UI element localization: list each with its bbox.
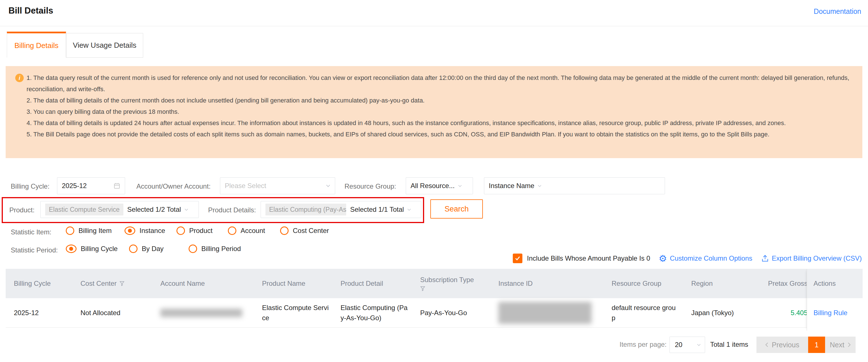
redacted-instance-id bbox=[498, 302, 592, 324]
radio-label: Billing Cycle bbox=[81, 245, 118, 253]
previous-label: Previous bbox=[772, 341, 799, 349]
chevron-left-icon bbox=[765, 342, 768, 347]
billing-cycle-value: 2025-12 bbox=[62, 182, 87, 190]
next-page-button[interactable]: Next bbox=[825, 337, 856, 353]
chevron-right-icon bbox=[848, 342, 851, 347]
billing-cycle-input[interactable]: 2025-12 bbox=[57, 177, 125, 194]
cell-text: default resource group bbox=[612, 303, 679, 323]
notice-item: 3. You can query billing data of the pre… bbox=[27, 106, 855, 118]
account-placeholder: Please Select bbox=[225, 182, 266, 190]
page-title: Bill Details bbox=[8, 6, 53, 16]
filter-funnel-icon[interactable] bbox=[420, 286, 425, 291]
customize-columns-link[interactable]: Customize Column Options bbox=[670, 254, 752, 262]
product-details-label: Product Details: bbox=[208, 206, 256, 214]
product-details-tag: Elastic Computing (Pay-As-You-Go) bbox=[266, 204, 346, 215]
cell-region: Japan (Tokyo) bbox=[691, 309, 765, 317]
table-row: 2025-12 Not Allocated Elastic Compute Se… bbox=[6, 298, 862, 328]
filter-funnel-icon[interactable] bbox=[119, 281, 125, 286]
radio-instance[interactable]: Instance bbox=[125, 227, 165, 235]
radio-selected-icon bbox=[125, 227, 135, 235]
page-size-value: 20 bbox=[675, 341, 682, 349]
search-type-value: Instance Name bbox=[489, 182, 534, 190]
notice-item: 4. The data of billing details is update… bbox=[27, 118, 855, 129]
product-details-selected-count: Selected 1/1 Total bbox=[350, 206, 404, 213]
documentation-link[interactable]: Documentation bbox=[814, 7, 861, 16]
radio-label: Cost Center bbox=[293, 227, 329, 235]
include-zero-checkbox[interactable] bbox=[513, 253, 522, 263]
col-account-name: Account Name bbox=[160, 279, 262, 288]
statistic-item-label: Statistic Item: bbox=[11, 228, 52, 236]
radio-icon bbox=[129, 244, 137, 253]
radio-account[interactable]: Account bbox=[228, 227, 265, 235]
col-product-name: Product Name bbox=[262, 279, 341, 288]
table-controls: Include Bills Whose Amount Payable Is 0 … bbox=[513, 253, 862, 263]
tab-billing-details[interactable]: Billing Details bbox=[7, 32, 66, 58]
cell-product-detail: Elastic Computing (Pay-As-You-Go) bbox=[341, 303, 420, 323]
cell-cost-center: Not Allocated bbox=[81, 309, 160, 317]
next-label: Next bbox=[830, 341, 844, 349]
chevron-down-icon bbox=[184, 208, 188, 211]
cell-account-name bbox=[160, 309, 262, 317]
radio-billing-period[interactable]: Billing Period bbox=[189, 244, 241, 253]
cell-billing-cycle: 2025-12 bbox=[14, 309, 81, 317]
total-items-label: Total 1 items bbox=[710, 340, 748, 349]
gear-icon[interactable]: ⚙ bbox=[659, 254, 667, 263]
radio-label: Billing Item bbox=[79, 227, 112, 235]
radio-icon bbox=[280, 227, 288, 235]
radio-cost-center[interactable]: Cost Center bbox=[280, 227, 329, 235]
resource-group-select[interactable]: All Resource... bbox=[406, 177, 473, 194]
chevron-down-icon bbox=[326, 184, 330, 187]
statistic-period-label: Statistic Period: bbox=[11, 246, 58, 254]
col-actions: Actions bbox=[807, 269, 863, 298]
chevron-down-icon bbox=[538, 185, 541, 187]
radio-icon bbox=[177, 227, 185, 235]
col-product-detail: Product Detail bbox=[341, 279, 420, 288]
page-size-select[interactable]: 20 bbox=[670, 337, 705, 353]
cell-resource-group: default resource group bbox=[612, 303, 691, 323]
include-zero-label: Include Bills Whose Amount Payable Is 0 bbox=[527, 254, 650, 262]
col-billing-cycle: Billing Cycle bbox=[14, 279, 81, 288]
cell-product-name: Elastic Compute Service bbox=[262, 303, 341, 323]
cell-actions: Billing Rule bbox=[807, 298, 863, 328]
radio-selected-icon bbox=[66, 244, 76, 253]
radio-label: By Day bbox=[142, 245, 163, 253]
search-button[interactable]: Search bbox=[430, 199, 483, 218]
resource-group-label: Resource Group: bbox=[344, 182, 396, 190]
radio-label: Product bbox=[189, 227, 213, 235]
previous-page-button[interactable]: Previous bbox=[756, 337, 808, 353]
tab-view-usage-details[interactable]: View Usage Details bbox=[66, 33, 143, 58]
billing-rule-link[interactable]: Billing Rule bbox=[813, 309, 847, 317]
product-details-select[interactable]: Elastic Computing (Pay-As-You-Go) Select… bbox=[260, 201, 421, 218]
resource-group-value: All Resource... bbox=[410, 182, 455, 190]
product-tag: Elastic Compute Service bbox=[45, 204, 123, 215]
chevron-down-icon bbox=[458, 185, 462, 187]
account-select[interactable]: Please Select bbox=[220, 177, 335, 194]
radio-icon bbox=[66, 227, 74, 235]
notice-banner: i 1. The data query result of the curren… bbox=[6, 66, 862, 158]
chevron-down-icon bbox=[697, 344, 701, 346]
col-resource-group: Resource Group bbox=[612, 279, 691, 288]
radio-by-day[interactable]: By Day bbox=[129, 244, 163, 253]
notice-item: 2. The data of billing details of the cu… bbox=[27, 95, 855, 106]
col-region: Region bbox=[691, 279, 765, 288]
search-type-select[interactable]: Instance Name bbox=[484, 177, 665, 194]
cell-text: Elastic Computing (Pay-As-You-Go) bbox=[341, 303, 409, 323]
col-label: Cost Center bbox=[81, 279, 117, 288]
radio-label: Billing Period bbox=[201, 245, 241, 253]
export-csv-link[interactable]: Export Billing Overview (CSV) bbox=[772, 254, 862, 262]
notice-item: 5. The Bill Details page does not provid… bbox=[27, 129, 855, 140]
col-subscription-type: Subscription Type bbox=[420, 276, 498, 291]
col-label: Subscription Type bbox=[420, 276, 474, 284]
radio-product[interactable]: Product bbox=[177, 227, 213, 235]
radio-billing-item[interactable]: Billing Item bbox=[66, 227, 112, 235]
cell-subscription-type: Pay-As-You-Go bbox=[420, 309, 498, 317]
product-select[interactable]: Elastic Compute Service Selected 1/2 Tot… bbox=[40, 201, 199, 218]
calendar-icon bbox=[114, 182, 120, 189]
notice-item: 1. The data query result of the current … bbox=[27, 72, 855, 95]
product-label: Product: bbox=[9, 206, 34, 214]
radio-label: Instance bbox=[140, 227, 165, 235]
account-label: Account/Owner Account: bbox=[136, 182, 211, 190]
radio-billing-cycle[interactable]: Billing Cycle bbox=[66, 244, 118, 253]
export-icon[interactable] bbox=[761, 255, 769, 262]
current-page-button[interactable]: 1 bbox=[808, 337, 825, 353]
